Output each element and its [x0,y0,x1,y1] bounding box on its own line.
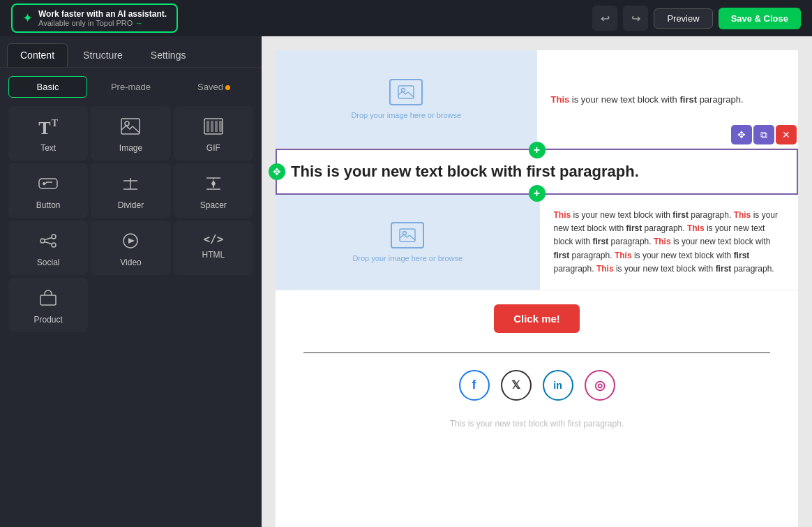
add-block-below-button[interactable]: + [529,185,546,202]
tab-settings[interactable]: Settings [138,43,199,67]
click-me-button[interactable]: Click me! [494,304,580,333]
tab-structure[interactable]: Structure [70,43,135,67]
svg-marker-25 [128,238,135,244]
facebook-icon[interactable]: f [459,370,490,401]
spark-icon: ✦ [22,10,33,26]
selected-text-block[interactable]: + ✥ ✥ ⧉ ✕ This is your new text block wi… [276,149,798,195]
svg-marker-18 [211,184,216,187]
svg-rect-29 [400,229,415,242]
gif-icon [204,118,223,139]
svg-point-19 [40,239,45,243]
svg-rect-5 [215,121,218,132]
svg-point-21 [52,243,56,247]
block-text[interactable]: TT Text [8,106,88,161]
topbar: ✦ Work faster with an AI assistant. Avai… [0,0,812,36]
svg-point-20 [52,235,56,239]
image-placeholder-icon-1 [389,79,423,105]
social-icon [38,232,58,253]
svg-rect-7 [39,179,57,188]
video-icon [121,232,140,253]
block-image[interactable]: Image [91,106,170,161]
move-block-button[interactable]: ✥ [731,125,752,144]
svg-line-22 [45,238,52,240]
text-icon: TT [38,118,58,139]
svg-point-1 [125,121,129,126]
sub-tabs: Basic Pre-made Saved [0,68,262,98]
x-twitter-icon[interactable]: 𝕏 [501,370,532,401]
svg-rect-26 [40,295,56,305]
button-row: Click me! [276,290,798,347]
arrow-icon: → [135,19,142,27]
topbar-left: ✦ Work faster with an AI assistant. Avai… [11,3,178,33]
left-panel: Content Structure Settings Basic Pre-mad… [0,36,262,527]
block-video[interactable]: Video [91,221,170,275]
svg-rect-4 [211,121,213,132]
ai-banner[interactable]: ✦ Work faster with an AI assistant. Avai… [11,3,178,33]
block-toolbar: ✥ ⧉ ✕ [731,125,797,144]
svg-rect-0 [121,119,140,134]
social-row: f 𝕏 in ◎ [276,359,798,412]
block-product[interactable]: Product [8,278,88,332]
copy-block-button[interactable]: ⧉ [753,125,774,144]
html-icon: </> [203,232,223,246]
blocks-grid: TT Text Image GIF [0,98,262,341]
svg-rect-3 [206,121,209,132]
spacer-icon [204,175,223,196]
add-block-above-button[interactable]: + [529,142,546,158]
instagram-icon[interactable]: ◎ [585,370,615,401]
subtab-saved[interactable]: Saved [174,76,253,98]
drag-block-button[interactable]: ✥ [269,163,285,180]
button-icon [38,175,58,196]
tab-content[interactable]: Content [7,43,68,67]
selected-block-text: This is your new text block with first p… [291,163,783,181]
email-divider [303,352,770,353]
linkedin-icon[interactable]: in [543,370,573,401]
topbar-controls: ↩ ↪ Preview Save & Close [592,6,801,31]
email-footer: This is your new text block with first p… [276,412,798,443]
divider-icon [121,175,140,196]
block-button[interactable]: Button [8,163,88,218]
undo-button[interactable]: ↩ [592,6,617,31]
svg-line-23 [45,242,52,244]
block-html[interactable]: </> HTML [174,221,253,275]
product-icon [38,290,58,311]
panel-tabs: Content Structure Settings [0,36,262,68]
top-two-col-row: Drop your image here or browse This is y… [276,50,798,149]
second-two-col-row: Drop your image here or browse This is y… [276,195,798,290]
image-placeholder-icon-2 [391,222,424,248]
block-gif[interactable]: GIF [174,106,253,161]
image-icon [121,118,140,139]
saved-dot [225,85,230,90]
svg-rect-27 [398,86,414,98]
svg-point-8 [43,182,45,185]
top-text: This is your new text block with first p… [551,94,744,105]
preview-button[interactable]: Preview [654,8,712,29]
subtab-basic[interactable]: Basic [8,76,87,98]
image-placeholder-1: Drop your image here or browse [351,79,461,119]
block-social[interactable]: Social [8,221,88,275]
main: Content Structure Settings Basic Pre-mad… [0,36,812,527]
image-placeholder-2: Drop your image here or browse [352,222,463,262]
second-image-col[interactable]: Drop your image here or browse [276,195,540,290]
ai-banner-text: Work faster with an AI assistant. Availa… [38,9,167,27]
save-close-button[interactable]: Save & Close [719,8,801,29]
subtab-premade[interactable]: Pre-made [91,76,170,98]
svg-rect-6 [219,121,222,132]
delete-block-button[interactable]: ✕ [776,125,797,144]
block-spacer[interactable]: Spacer [174,163,253,218]
canvas-inner: Drop your image here or browse This is y… [276,50,798,527]
redo-button[interactable]: ↪ [623,6,648,31]
svg-marker-17 [211,180,216,184]
canvas-area: Drop your image here or browse This is y… [262,36,812,527]
top-image-col[interactable]: Drop your image here or browse [276,50,537,148]
second-text-col: This is your new text block with first p… [540,195,799,290]
block-divider[interactable]: Divider [91,163,170,218]
